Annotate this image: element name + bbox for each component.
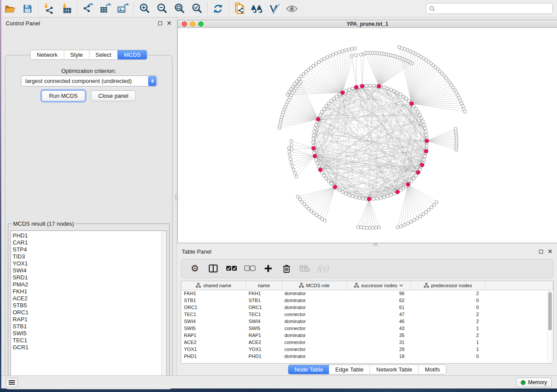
search-input[interactable] (437, 6, 550, 12)
graph-node[interactable] (290, 148, 293, 151)
graph-node[interactable] (290, 144, 293, 147)
tab-network[interactable]: Network (31, 50, 64, 59)
graph-node[interactable] (329, 182, 332, 185)
graph-node[interactable] (338, 51, 341, 54)
open-file-button[interactable] (1, 1, 19, 16)
graph-node[interactable] (371, 226, 374, 229)
graph-node[interactable] (379, 196, 382, 199)
graph-node[interactable] (372, 197, 375, 200)
zoom-selected-button[interactable] (188, 1, 205, 16)
graph-node[interactable] (415, 107, 418, 110)
graph-node[interactable] (315, 123, 318, 126)
graph-node[interactable] (372, 84, 375, 87)
graph-node[interactable] (278, 127, 281, 130)
float-panel-icon[interactable] (158, 21, 162, 25)
graph-node[interactable] (358, 196, 361, 199)
table-row[interactable]: SWI5SWI5connector431 (181, 325, 553, 332)
task-history-button[interactable] (6, 378, 18, 387)
memory-button[interactable]: Memory (516, 378, 552, 387)
close-panel-button[interactable]: Close panel (91, 90, 136, 101)
graph-node[interactable] (425, 134, 428, 137)
mcds-result-item[interactable]: TEC1 (13, 337, 166, 344)
graph-node[interactable] (416, 217, 419, 220)
graph-hub-node[interactable] (316, 117, 320, 121)
table-scrollbar[interactable] (547, 291, 552, 363)
close-table-panel-icon[interactable]: ✕ (547, 250, 553, 254)
save-session-button[interactable] (19, 1, 36, 16)
graph-node[interactable] (377, 226, 381, 229)
float-table-panel-icon[interactable] (539, 250, 543, 254)
graph-node[interactable] (374, 226, 377, 229)
show-hidden-button[interactable] (283, 1, 301, 16)
graph-hub-node[interactable] (354, 85, 358, 89)
zoom-out-button[interactable] (153, 1, 170, 16)
run-mcds-button[interactable]: Run MCDS (42, 90, 85, 101)
graph-node[interactable] (356, 225, 360, 228)
graph-hub-node[interactable] (410, 102, 414, 106)
graph-hub-node[interactable] (360, 84, 364, 88)
graph-node[interactable] (422, 158, 426, 162)
table-tab-network-table[interactable]: Network Table (370, 365, 419, 374)
graph-hub-node[interactable] (406, 182, 410, 186)
graph-node[interactable] (350, 47, 353, 50)
graph-node[interactable] (347, 48, 350, 51)
graph-hub-node[interactable] (313, 154, 317, 158)
graph-node[interactable] (389, 88, 392, 91)
graph-node[interactable] (289, 158, 292, 161)
import-network-button[interactable] (40, 1, 58, 16)
graph-node[interactable] (386, 195, 389, 198)
network-canvas[interactable] (178, 28, 557, 243)
graph-node[interactable] (421, 120, 424, 123)
graph-hub-node[interactable] (396, 190, 400, 194)
graph-node[interactable] (454, 127, 457, 130)
mcds-result-scrollbar[interactable] (161, 231, 166, 383)
tab-select[interactable]: Select (90, 50, 118, 59)
export-image-button[interactable] (114, 1, 131, 16)
graph-node[interactable] (406, 222, 409, 225)
graph-node[interactable] (393, 192, 396, 195)
graph-node[interactable] (332, 53, 335, 56)
graph-hub-node[interactable] (420, 163, 424, 167)
graph-node[interactable] (427, 208, 430, 211)
graph-node[interactable] (295, 175, 298, 178)
graph-node[interactable] (325, 177, 328, 180)
column-header-successor-nodes[interactable]: successor nodes (346, 281, 411, 290)
graph-node[interactable] (405, 97, 408, 100)
export-table-button[interactable] (97, 1, 114, 16)
graph-node[interactable] (290, 139, 293, 142)
graph-node[interactable] (288, 150, 291, 153)
graph-node[interactable] (365, 84, 368, 87)
graph-node[interactable] (412, 177, 415, 180)
graph-node[interactable] (344, 49, 347, 52)
graph-node[interactable] (389, 193, 392, 196)
export-network-button[interactable] (79, 1, 97, 16)
graph-hub-node[interactable] (377, 84, 381, 88)
deselect-all-rows-button[interactable] (242, 261, 257, 275)
graph-node[interactable] (423, 127, 426, 130)
graph-node[interactable] (368, 226, 371, 229)
close-panel-icon[interactable]: ✕ (166, 21, 172, 25)
table-row[interactable]: STB1STB1dominator620 (181, 297, 553, 304)
graph-node[interactable] (366, 226, 369, 229)
mcds-result-item[interactable]: SWI5 (13, 330, 166, 337)
mcds-result-item[interactable]: SWI4 (13, 267, 166, 274)
graph-node[interactable] (311, 141, 315, 144)
graph-node[interactable] (364, 52, 367, 55)
graph-node[interactable] (368, 84, 371, 87)
table-tab-motifs[interactable]: Motifs (419, 365, 446, 374)
mcds-result-item[interactable]: ACE2 (13, 295, 166, 302)
graph-node[interactable] (341, 50, 344, 53)
graph-node[interactable] (315, 158, 318, 162)
graph-node[interactable] (327, 179, 330, 182)
table-tab-node-table[interactable]: Node Table (288, 364, 330, 375)
table-row[interactable]: ACE2ACE2connector311 (181, 339, 553, 346)
graph-hub-node[interactable] (416, 170, 420, 174)
graph-node[interactable] (393, 89, 396, 93)
graph-hub-node[interactable] (425, 139, 429, 143)
table-row[interactable]: YOX1YOX1connector291 (181, 346, 553, 353)
mcds-result-item[interactable]: PHD1 (13, 232, 166, 239)
mcds-result-item[interactable]: STP4 (13, 246, 166, 253)
graph-node[interactable] (325, 105, 328, 108)
column-header-MCDS-role[interactable]: MCDS role (282, 281, 346, 290)
graph-node[interactable] (410, 179, 413, 182)
